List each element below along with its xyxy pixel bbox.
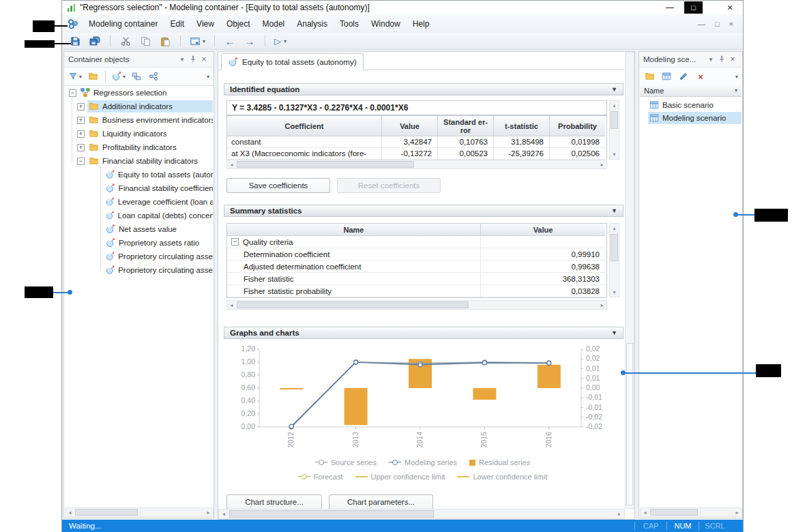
coefficients-horizontal-scrollbar[interactable]: ◂ ▸ xyxy=(226,160,607,169)
tree-item-profitability-indicators[interactable]: + Profitability indicators xyxy=(65,141,213,154)
menu-item-model[interactable]: Model xyxy=(256,16,291,31)
panel-chevron-icon[interactable]: ▾ xyxy=(705,54,716,65)
scroll-down-arrow[interactable]: ▾ xyxy=(610,150,619,159)
table-cell[interactable]: Adjusted determination coefficient xyxy=(227,261,481,273)
table-cell[interactable]: 0,10763 xyxy=(438,136,494,148)
copy-button[interactable] xyxy=(139,34,151,48)
table-cell[interactable]: 0,99910 xyxy=(481,248,605,261)
pin-icon[interactable] xyxy=(188,54,199,65)
expand-expander-icon[interactable]: + xyxy=(77,144,85,151)
reset-coefficients-button[interactable]: Reset coefficients xyxy=(337,178,441,193)
run-calculation-button[interactable]: ▷▾ xyxy=(274,34,287,48)
scrollbar-thumb[interactable] xyxy=(650,509,698,516)
summary-horizontal-scrollbar[interactable]: ◂ ▸ xyxy=(226,300,607,310)
table-cell[interactable]: Fisher statistic probability xyxy=(227,285,481,297)
scroll-right-arrow[interactable]: ▸ xyxy=(204,508,213,516)
mdi-restore-button[interactable]: □ xyxy=(715,20,720,28)
table-cell[interactable]: 368,31303 xyxy=(481,273,605,285)
scroll-left-arrow[interactable]: ◂ xyxy=(219,509,229,518)
mdi-close-button[interactable]: × xyxy=(729,20,733,28)
scroll-up-arrow[interactable]: ▴ xyxy=(610,224,619,233)
chevron-down-icon[interactable]: ▾ xyxy=(735,87,737,93)
table-cell[interactable]: constant xyxy=(227,136,382,148)
tree-item-leverage-coefficient[interactable]: Leverage coefficient (loan ass xyxy=(65,195,213,209)
tree-item-equity-to-total-assets[interactable]: Equity to total assets (autono xyxy=(65,168,213,181)
tree-item-proprietory-circulating-assets[interactable]: Proprietory circulating assets xyxy=(65,250,213,263)
properties-window-button[interactable]: ▾ xyxy=(190,34,205,48)
table-cell[interactable]: 31,85498 xyxy=(494,136,550,148)
table-cell[interactable]: 3,42847 xyxy=(382,136,438,148)
save-button[interactable] xyxy=(69,34,81,48)
collapse-section-icon[interactable]: ▼ xyxy=(611,86,617,93)
back-button[interactable]: ← xyxy=(224,34,236,48)
menu-item-tools[interactable]: Tools xyxy=(334,16,365,31)
table-cell[interactable]: -0,13272 xyxy=(382,148,438,160)
mdi-minimize-button[interactable]: — xyxy=(698,20,705,28)
tree-item-financial-stability-coefficient[interactable]: Financial stability coefficient xyxy=(65,181,213,195)
menu-item-object[interactable]: Object xyxy=(220,16,256,31)
tree-item-business-environment-indicators[interactable]: + Business environment indicators xyxy=(65,113,213,127)
expand-expander-icon[interactable]: + xyxy=(77,103,85,110)
distribute-button[interactable] xyxy=(130,70,143,83)
scrollbar-thumb[interactable] xyxy=(237,161,414,168)
panel-chevron-icon[interactable]: ▾ xyxy=(177,54,188,65)
tree-item-regressors-selection[interactable]: − Regressors selection xyxy=(65,86,213,100)
scroll-up-arrow[interactable]: ▴ xyxy=(610,101,619,110)
scroll-right-arrow[interactable]: ▸ xyxy=(733,508,742,516)
maximize-button[interactable]: □ xyxy=(684,1,703,14)
table-cell[interactable]: Fisher statistic xyxy=(227,273,481,285)
collapse-expander-icon[interactable]: − xyxy=(69,89,76,97)
collapse-expander-icon[interactable]: − xyxy=(77,158,85,165)
table-cell[interactable]: 0,02506 xyxy=(550,148,605,160)
new-folder-button[interactable] xyxy=(643,70,656,83)
menu-item-modeling-container[interactable]: Modeling container xyxy=(83,16,164,31)
tree-item-net-assets-value[interactable]: Net assets value xyxy=(65,222,213,236)
collapse-section-icon[interactable]: ▼ xyxy=(611,207,617,214)
tree-item-proprietory-circulating-assets-2[interactable]: Proprietory circulating assets xyxy=(65,263,213,277)
expand-expander-icon[interactable]: + xyxy=(77,117,85,124)
scenarios-column-header[interactable]: Name ▾ xyxy=(640,85,742,97)
scrollbar-thumb[interactable] xyxy=(626,343,633,505)
document-horizontal-scrollbar[interactable]: ◂ ▸ xyxy=(218,509,625,519)
column-header[interactable]: Probability xyxy=(550,116,605,136)
tree-item-loan-capital-concentration[interactable]: Loan capital (debts) concentra xyxy=(65,209,213,222)
table-cell[interactable]: 0,03828 xyxy=(481,285,605,297)
paste-button[interactable] xyxy=(159,34,171,48)
tree-item-financial-stability-indicators[interactable]: − Financial stability indicators xyxy=(65,154,213,168)
panel-close-icon[interactable]: × xyxy=(727,54,738,65)
scrollbar-thumb[interactable] xyxy=(229,510,434,518)
save-all-button[interactable] xyxy=(89,34,101,48)
new-scenario-button[interactable] xyxy=(660,70,673,83)
document-vertical-scrollbar[interactable] xyxy=(625,52,634,509)
scenario-item-basic[interactable]: Basic scenario xyxy=(640,98,742,112)
table-cell[interactable]: Determination coefficient xyxy=(227,248,481,261)
tree-item-additional-indicators[interactable]: + Additional indicators xyxy=(65,100,213,113)
new-model-button[interactable]: ▾ xyxy=(112,70,126,83)
filter-button[interactable]: ▾ xyxy=(68,70,82,83)
table-cell[interactable]: 0,00523 xyxy=(438,148,494,160)
scroll-right-arrow[interactable]: ▸ xyxy=(615,509,624,518)
summary-vertical-scrollbar[interactable]: ▴ ▾ xyxy=(609,223,619,297)
scroll-down-arrow[interactable]: ▾ xyxy=(610,288,619,297)
collapse-section-icon[interactable]: ▼ xyxy=(611,329,617,336)
column-header[interactable]: t-statistic xyxy=(494,116,550,136)
minimize-button[interactable]: — xyxy=(660,1,680,14)
table-cell[interactable]: 0,01998 xyxy=(550,136,605,148)
forward-button[interactable]: → xyxy=(244,34,256,48)
graphs-and-charts-header[interactable]: Graphs and charts ▼ xyxy=(224,327,624,339)
scenario-item-modeling[interactable]: Modeling scenario xyxy=(640,111,742,125)
share-button[interactable] xyxy=(147,70,160,83)
panel-close-icon[interactable]: × xyxy=(199,54,209,65)
menu-item-view[interactable]: View xyxy=(190,16,220,31)
scroll-right-arrow[interactable]: ▸ xyxy=(598,160,606,168)
scenarios-horizontal-scrollbar[interactable]: ◂ ▸ xyxy=(640,507,742,517)
tab-equity-to-total-assets[interactable]: Equity to total assets (autonomy) xyxy=(221,53,364,70)
scrollbar-thumb[interactable] xyxy=(611,111,618,129)
new-folder-button[interactable] xyxy=(87,70,99,83)
scrollbar-thumb[interactable] xyxy=(75,509,138,516)
save-coefficients-button[interactable]: Save coefficients xyxy=(226,178,330,193)
chart-parameters-button[interactable]: Chart parameters... xyxy=(329,494,433,509)
chart-structure-button[interactable]: Chart structure... xyxy=(226,494,322,509)
table-cell[interactable]: at X3 (Macroeconomic indicators (fore- xyxy=(227,148,382,160)
scrollbar-thumb[interactable] xyxy=(611,234,618,261)
